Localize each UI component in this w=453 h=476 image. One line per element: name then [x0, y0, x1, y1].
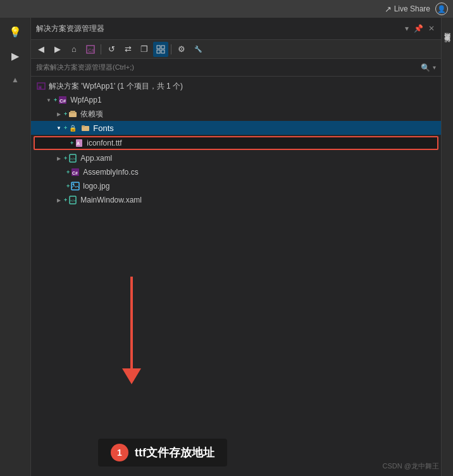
annotation-box: 1 ttf文件存放地址 — [98, 439, 227, 467]
toolbar-copy-btn[interactable]: ❐ — [137, 42, 152, 57]
toolbar-filter-btn[interactable] — [153, 42, 168, 57]
svg-text:C#: C# — [59, 98, 66, 104]
solution-explorer-panel: 解决方案资源管理器 ▾ 📌 ✕ ◀ ▶ ⌂ C# ↺ ⇄ ❐ — [30, 18, 442, 476]
svg-rect-2 — [157, 46, 160, 49]
solution-label: 解决方案 'WpfApp1' (1 个项目，共 1 个) — [49, 81, 183, 92]
toolbar-refresh-btn[interactable]: ↺ — [104, 42, 119, 57]
dependencies-icon — [68, 109, 78, 119]
live-share-icon: ↗ — [385, 4, 392, 14]
iconfont-label: iconfont.ttf — [87, 139, 121, 147]
tree-iconfont-file[interactable]: + A iconfont.ttf — [34, 136, 438, 150]
panel-pin-icon[interactable]: 📌 — [413, 23, 425, 34]
deps-expand-arrow[interactable]: ▶ — [54, 109, 64, 119]
mainwindow-xaml-icon: </> — [68, 195, 78, 205]
right-sidebar-text: 解决方案工具箱 — [443, 43, 452, 47]
svg-rect-3 — [161, 46, 164, 49]
sidebar-icon-arrow[interactable]: ▶ — [3, 44, 28, 67]
top-bar: ↗ Live Share 👤 — [0, 0, 453, 18]
watermark: CSDN @龙中舞王 — [383, 461, 439, 471]
svg-rect-20 — [71, 182, 79, 190]
sidebar-icon-up[interactable]: ▲ — [3, 68, 28, 91]
left-sidebar: 💡 ▶ ▲ — [0, 18, 30, 476]
tree-logo-jpg[interactable]: + logo.jpg — [31, 179, 441, 193]
live-share-section: ↗ Live Share — [385, 4, 430, 14]
svg-rect-11 — [70, 111, 75, 113]
svg-rect-5 — [161, 50, 164, 53]
tree-fonts-folder[interactable]: ▼ + 🔒 Fonts — [31, 121, 441, 135]
svg-rect-13 — [82, 125, 85, 127]
fonts-folder-icon — [80, 123, 90, 133]
tree-mainwindow-xaml[interactable]: ▶ + </> MainWindow.xaml — [31, 193, 441, 207]
avatar-icon: 👤 — [437, 5, 446, 13]
search-placeholder[interactable]: 搜索解决方案资源管理器(Ctrl+;) — [36, 63, 418, 72]
right-sidebar: 解决方案工具箱 — [442, 18, 453, 476]
tree-view[interactable]: ▣ 解决方案 'WpfApp1' (1 个项目，共 1 个) ▼ + C# Wp… — [31, 77, 441, 476]
assemblyinfo-label: AssemblyInfo.cs — [83, 168, 138, 177]
panel-title-bar: 解决方案资源管理器 ▾ 📌 ✕ — [31, 18, 441, 40]
app-xaml-arrow[interactable]: ▶ — [54, 153, 64, 163]
svg-text:A: A — [77, 141, 80, 146]
red-arrow-annotation — [119, 277, 144, 403]
toolbar-pin-btn[interactable]: 🔧 — [190, 42, 206, 57]
svg-text:▣: ▣ — [38, 85, 42, 89]
svg-text:C#: C# — [72, 171, 78, 175]
panel-close-icon[interactable]: ✕ — [427, 23, 436, 34]
toolbar-sep2 — [171, 44, 171, 54]
search-dropdown-icon[interactable]: ▾ — [433, 64, 436, 71]
tree-solution-root[interactable]: ▣ 解决方案 'WpfApp1' (1 个项目，共 1 个) — [31, 79, 441, 93]
svg-text:</>: </> — [70, 157, 76, 161]
svg-marker-25 — [122, 368, 141, 384]
svg-text:</>: </> — [70, 199, 76, 203]
tree-assemblyinfo[interactable]: + C# AssemblyInfo.cs — [31, 165, 441, 179]
lock-icon: 🔒 — [68, 123, 78, 133]
watermark-text: CSDN @龙中舞王 — [383, 462, 439, 470]
toolbar-home-btn[interactable]: ⌂ — [66, 42, 82, 57]
sidebar-icon-lightbulb[interactable]: 💡 — [3, 20, 28, 43]
app-xaml-label: App.xaml — [80, 154, 112, 163]
svg-point-21 — [73, 184, 75, 185]
red-arrow-svg — [119, 277, 144, 403]
user-avatar[interactable]: 👤 — [435, 3, 448, 15]
project-expand-arrow[interactable]: ▼ — [44, 95, 54, 105]
search-bar: 搜索解决方案资源管理器(Ctrl+;) 🔍 ▾ — [31, 59, 441, 77]
tree-project[interactable]: ▼ + C# WpfApp1 — [31, 93, 441, 107]
logo-label: logo.jpg — [83, 182, 109, 191]
toolbar-settings-btn[interactable]: ⚙ — [174, 42, 189, 57]
solution-icon: ▣ — [36, 81, 46, 91]
toolbar-vs-btn[interactable]: C# — [83, 42, 98, 57]
tree-app-xaml[interactable]: ▶ + </> App.xaml — [31, 151, 441, 165]
image-icon — [70, 181, 80, 191]
toolbar-sep1 — [101, 44, 101, 54]
panel-dropdown-icon[interactable]: ▾ — [404, 23, 410, 34]
font-file-icon: A — [74, 138, 84, 148]
fonts-expand-arrow[interactable]: ▼ — [54, 123, 64, 133]
tree-dependencies[interactable]: ▶ + 依赖项 — [31, 107, 441, 121]
annotation-number: 1 — [111, 444, 128, 461]
csharp-project-icon: C# — [58, 95, 68, 105]
toolbar-forward-btn[interactable]: ▶ — [50, 42, 65, 57]
svg-text:C#: C# — [88, 47, 95, 53]
annotation-text: ttf文件存放地址 — [135, 445, 214, 460]
mainwindow-arrow[interactable]: ▶ — [54, 195, 64, 205]
toolbar-sync-btn[interactable]: ⇄ — [120, 42, 135, 57]
xaml-icon: </> — [68, 153, 78, 163]
search-icon[interactable]: 🔍 — [421, 63, 430, 72]
toolbar: ◀ ▶ ⌂ C# ↺ ⇄ ❐ ⚙ — [31, 40, 441, 59]
fonts-folder-label: Fonts — [93, 123, 114, 133]
panel-title: 解决方案资源管理器 — [36, 23, 401, 34]
live-share-label[interactable]: Live Share — [394, 4, 430, 13]
toolbar-back-btn[interactable]: ◀ — [34, 42, 49, 57]
mainwindow-label: MainWindow.xaml — [80, 196, 142, 204]
dependencies-label: 依赖项 — [80, 109, 103, 120]
csharp-file-icon: C# — [70, 167, 80, 177]
svg-rect-4 — [157, 50, 160, 53]
project-label: WpfApp1 — [70, 96, 101, 104]
main-layout: 💡 ▶ ▲ 解决方案资源管理器 ▾ 📌 ✕ ◀ ▶ ⌂ C# ↺ ⇄ — [0, 18, 453, 476]
